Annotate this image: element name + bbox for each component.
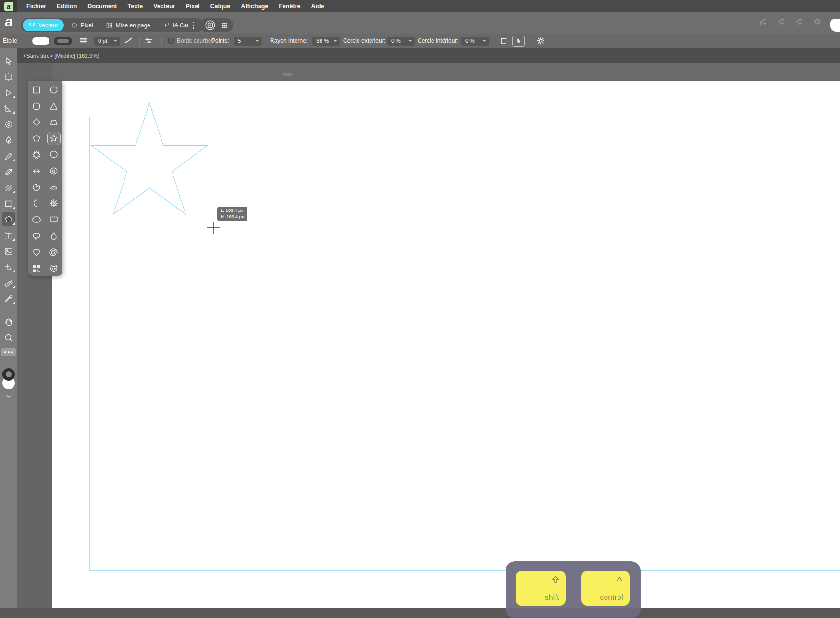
text-style-toggle-button[interactable]: A [205,20,216,31]
node-arrow-icon [4,88,13,98]
qr-code-icon [32,264,41,273]
measure-tool-button[interactable] [0,275,17,291]
fill-swatch[interactable] [32,34,50,48]
persona-vecteur[interactable]: Vecteur [23,19,64,31]
settings-gear-icon[interactable] [536,34,545,48]
pentagon-shape-tool[interactable] [30,132,43,145]
bords-courbes-label: Bords courbes [177,34,214,48]
text-tool-button[interactable] [0,227,17,243]
spiral-shape-tool[interactable] [47,246,61,259]
stroke-swatch[interactable] [54,34,72,48]
pan-tool-button[interactable] [0,314,17,330]
ui-toggle-group: A [199,18,233,32]
move-to-back-icon[interactable] [813,18,821,28]
donut-shape-tool[interactable] [47,164,61,178]
cat-shape-tool[interactable] [47,262,61,275]
document-title-tab[interactable]: <Sans titre> [Modifié] (162.9%) [17,53,99,59]
contour-tool-button[interactable] [0,100,17,116]
stroke-style-icon[interactable] [79,34,88,48]
vector-persona-icon [28,22,36,29]
place-image-tool-button[interactable] [0,243,17,259]
studio-grid-button[interactable] [221,22,228,29]
pen-tool-button[interactable] [0,132,17,148]
more-tools-button[interactable] [1,348,16,356]
tear-shape-tool[interactable] [47,229,61,243]
snapping-icon[interactable] [500,34,508,48]
cursor-blob-icon [830,19,840,32]
vector-brush-tool-button[interactable] [0,164,17,180]
menu-fenetre[interactable]: Fenêtre [273,0,306,12]
gear-shape-tool[interactable] [47,197,61,210]
heart-shape-tool[interactable] [30,246,43,259]
move-to-front-icon[interactable] [759,18,767,28]
persona-pixel[interactable]: Pixel [65,19,99,31]
points-dropdown[interactable]: 5 [234,34,262,48]
menu-affichage[interactable]: Affichage [235,0,273,12]
round-callout-shape-tool[interactable] [30,229,43,243]
persona-mise-en-page[interactable]: Mise en page [100,19,156,31]
pie-icon [32,183,41,192]
rayon-interne-dropdown[interactable]: 38 % [312,34,340,48]
cat-icon [49,264,59,273]
select-on-create-button[interactable] [512,34,525,48]
affinity-designer-window: a FichierEditionDocumentTexteVecteurPixe… [0,0,840,618]
menu-edition[interactable]: Edition [51,0,82,12]
move-forward-icon[interactable] [777,18,785,28]
menu-pixel[interactable]: Pixel [180,0,205,12]
move-backward-icon[interactable] [795,18,803,28]
shape-builder-icon [4,262,13,272]
menu-fichier[interactable]: Fichier [21,0,51,12]
pencil-tool-button[interactable] [0,148,17,164]
cercle-exterieur-dropdown[interactable]: 0 % [387,34,415,48]
diamond-shape-tool[interactable] [30,115,43,129]
menu-aide[interactable]: Aide [306,0,329,12]
menu-calque[interactable]: Calque [205,0,236,12]
transform-center-tool-button[interactable] [0,116,17,132]
shape-builder-tool-button[interactable] [0,259,17,275]
menu-vecteur[interactable]: Vecteur [148,0,180,12]
double-star-shape-tool[interactable] [30,148,43,161]
svg-text:A: A [209,23,211,27]
segment-shape-tool[interactable] [47,181,61,194]
text-icon [4,231,13,240]
ellipse-shape-tool[interactable] [47,83,61,97]
square-callout-shape-tool[interactable] [47,213,61,226]
cloud-icon [32,215,41,224]
points-label: Points: [211,34,229,48]
left-margin-guide [89,117,90,570]
stroke-width-dropdown[interactable]: 0 pt [94,34,120,48]
move-tool-button[interactable] [0,53,17,69]
properties-sliders-icon[interactable] [144,34,153,48]
menu-document[interactable]: Document [82,0,122,12]
panel-drag-handle[interactable] [282,73,293,76]
heart-icon [32,247,41,257]
cloud-shape-tool[interactable] [30,213,43,226]
rectangle-shape-tool[interactable] [30,83,43,97]
artboard-tool-button[interactable] [0,69,17,85]
gradient-tool-button[interactable] [0,180,17,196]
rectangle-tool-button[interactable] [0,196,17,211]
star-shape-tool[interactable] [47,132,61,145]
bords-courbes-checkbox[interactable] [168,34,174,48]
more-options-button[interactable] [188,18,198,32]
menu-texte[interactable]: Texte [122,0,148,12]
fill-stroke-color-selector[interactable] [0,364,17,400]
shape-tool-active-button[interactable] [0,211,17,227]
pressure-profile-icon[interactable] [124,34,133,48]
color-picker-tool-button[interactable] [0,291,17,307]
trapezoid-shape-tool[interactable] [47,115,61,129]
affinity-app-icon[interactable]: a [4,2,13,11]
document-page[interactable] [52,81,840,608]
crescent-shape-tool[interactable] [30,197,43,210]
cog-round-shape-tool[interactable] [47,148,61,161]
double-arrow-shape-tool[interactable] [30,164,43,178]
tools-panel [0,48,17,608]
cercle-interieur-dropdown[interactable]: 0 % [461,34,489,48]
tool-name-label: Étoile [3,34,17,48]
qr-code-shape-tool[interactable] [30,262,43,275]
rounded-rectangle-shape-tool[interactable] [30,99,43,113]
pie-shape-tool[interactable] [30,181,43,194]
node-tool-button[interactable] [0,85,17,100]
triangle-shape-tool[interactable] [47,99,61,113]
zoom-tool-button[interactable] [0,330,17,346]
